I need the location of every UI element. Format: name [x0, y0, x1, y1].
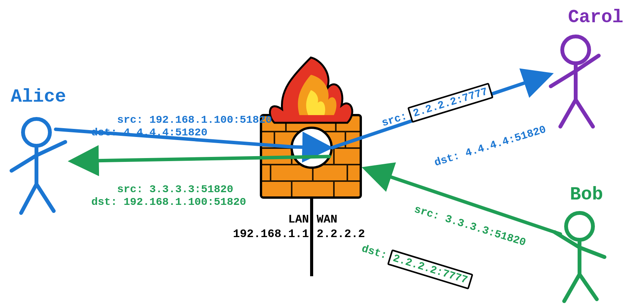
alice-figure — [12, 119, 65, 213]
alice-out-src-label: src: — [117, 114, 143, 126]
svg-line-9 — [576, 100, 593, 127]
svg-line-41 — [73, 157, 329, 161]
bob-in-src-label: src: — [413, 203, 441, 222]
fw-lan-ip: 192.168.1.1 — [228, 228, 309, 241]
carol-label: Carol — [568, 7, 623, 28]
alice-label: Alice — [11, 86, 66, 107]
wan-out-src-label: src: — [380, 110, 409, 130]
bob-in-dst-label: dst: — [360, 242, 388, 262]
packet-alice-out: src: 192.168.1.100:51820 dst: 4.4.4.4:51… — [91, 101, 272, 152]
wan-out-dst: 4.4.4.4:51820 — [464, 123, 547, 159]
svg-line-11 — [576, 56, 599, 71]
svg-line-10 — [551, 71, 576, 86]
svg-point-12 — [566, 213, 593, 240]
alice-out-dst: 4.4.4.4:51820 — [124, 127, 207, 138]
bob-in-src: 3.3.3.3:51820 — [444, 213, 527, 249]
svg-line-16 — [555, 232, 580, 247]
svg-line-17 — [580, 247, 604, 257]
svg-point-6 — [562, 36, 589, 63]
alice-in-dst-label: dst: — [91, 196, 117, 208]
fw-lan-label: LAN — [282, 213, 309, 226]
arrow-fw-to-alice — [73, 157, 329, 161]
packet-alice-in: src: 3.3.3.3:51820 dst: 192.168.1.100:51… — [91, 170, 246, 221]
svg-line-4 — [12, 155, 36, 171]
bob-label: Bob — [570, 184, 603, 205]
fw-wan-ip: 2.2.2.2 — [317, 228, 365, 241]
svg-point-0 — [23, 119, 50, 146]
alice-in-src: 3.3.3.3:51820 — [149, 183, 233, 195]
svg-line-15 — [580, 274, 597, 299]
firewall-icon — [261, 58, 361, 276]
svg-line-38 — [294, 147, 328, 148]
fw-wan-label: WAN — [317, 213, 337, 226]
carol-figure — [551, 36, 599, 127]
svg-line-5 — [36, 142, 65, 155]
alice-out-dst-label: dst: — [91, 127, 117, 138]
svg-rect-19 — [261, 115, 361, 198]
svg-point-36 — [292, 128, 332, 168]
wan-out-dst-label: dst: — [433, 150, 461, 168]
svg-line-3 — [36, 184, 54, 211]
svg-line-8 — [560, 100, 576, 127]
alice-out-src: 192.168.1.100:51820 — [149, 114, 272, 126]
diagram-stage: Alice Carol Bob src: 192.168.1.100:51820… — [0, 0, 644, 305]
alice-in-src-label: src: — [117, 183, 143, 195]
svg-line-2 — [21, 184, 36, 213]
svg-line-14 — [564, 274, 580, 301]
bob-in-dst-boxed: 2.2.2.2:7777 — [387, 249, 473, 290]
bob-figure — [555, 213, 604, 301]
wan-out-src-boxed: 2.2.2.2:7777 — [408, 82, 494, 123]
alice-in-dst: 192.168.1.100:51820 — [124, 196, 246, 208]
